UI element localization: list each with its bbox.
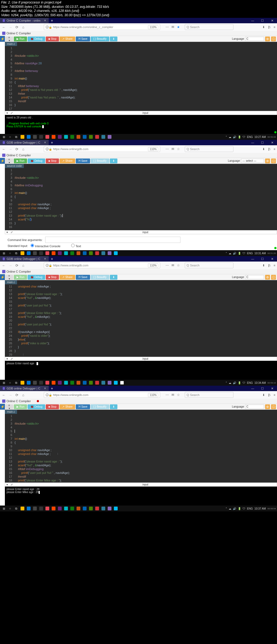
debug-button[interactable]: 🐞 Debug [28,158,45,163]
language-select[interactable]: --- select --- [241,159,264,163]
cli-args-input[interactable] [45,237,180,243]
input-label: input [14,111,277,114]
beautify-button[interactable]: { } Beautify [91,158,109,163]
favicon [3,19,5,22]
code-editor[interactable]: 12345678910111213141516 #include <stdio.… [5,168,277,229]
new-tab-button[interactable]: + [49,18,55,23]
back-button[interactable]: ← [2,25,6,29]
minimize-button[interactable]: — [248,19,258,22]
language-select[interactable]: C [245,37,264,41]
io-panel-header[interactable]: ▾⤢ input [5,230,277,234]
windows-taskbar[interactable]: ⊞ ○ ⧉ ˄ ☁🔊🔋🛡 ENG 10:27 AM 00:50:44 [0,134,277,140]
save-button[interactable]: H Save [76,37,90,41]
browser-tab[interactable]: GDB online Debugger | Compi × [0,140,49,145]
url-input[interactable]: ⓘ🔒 https://www.onlinegdb.com 110% [44,146,160,152]
collapse-icon[interactable]: ▾ [5,111,9,115]
tray-up-icon[interactable]: ˄ [226,136,227,138]
clock[interactable]: 10:37 AM [255,507,266,510]
cortana-icon[interactable]: ○ [7,134,13,139]
run-button[interactable]: ▶ Run [14,37,27,41]
line-gutter: 1234567891011121314151617 [5,46,14,111]
sidebar-toggle[interactable]: ⚡ [0,36,5,42]
ide-toolbar: ⚡ ≡ ▾ ▶ Run 🐞 Debug ■ Stop ↗ Share H Sav… [0,36,277,42]
clock[interactable]: 10:31 AM [255,252,266,255]
lock-icon: 🔒 [49,26,52,29]
stop-button[interactable]: ■ Stop [46,37,59,41]
zoom-badge[interactable]: 110% [148,25,158,29]
browser-tab[interactable]: Online C Compiler - online edi × [0,18,49,23]
browser-tab[interactable]: GDB online Debugger | Compi × [0,386,49,391]
beautify-button[interactable]: { } Beautify [91,37,109,41]
downloads-icon[interactable]: ⬇ [262,25,265,29]
console-output: navid is 28 years old . ...Program finis… [5,115,277,134]
stop-button[interactable]: ■ Stop [46,158,59,163]
settings-button[interactable]: ⚙ [265,37,270,41]
file-tab[interactable]: source code [5,164,24,168]
windows-taskbar[interactable]: ⊞○⧉ ˄☁🔊🔋🛡 ENG10:31 AM 00:51:20 [0,250,277,256]
reader-icon[interactable]: ✉ [172,25,174,29]
address-bar: ← → ⟳ ⌂ ⓘ 🔒 https://www.onlinegdb.com/on… [0,23,277,31]
window-titlebar: Online C Compiler - online edi × + — ☐ ✕ [0,18,277,23]
close-tab-icon[interactable]: × [44,19,46,22]
file-metadata: File: 2. Use If preproccesor in project.… [0,0,277,18]
home-button[interactable]: ⌂ [21,25,25,29]
stdin-radio-console[interactable]: Interactive Console [31,244,60,248]
maximize-button[interactable]: ☐ [258,19,267,22]
info-button[interactable]: ⓘ [271,37,276,41]
stdin-label: Standard Input: [8,244,28,247]
recording-indicator [37,400,39,402]
library-icon[interactable]: ∥\ [268,25,271,29]
bookmark-bar: Online C Compiler [0,31,277,36]
console-output[interactable]: please Enter navid age : [5,361,277,380]
bookmark-star-icon[interactable]: ★ [177,25,180,29]
menu-icon[interactable]: ≡ [274,25,275,29]
task-view-icon[interactable]: ⧉ [14,134,19,139]
clock[interactable]: 10:34 AM [255,381,266,384]
search-input[interactable]: QSearch [185,146,233,152]
cli-args-label: Command line arguments: [8,238,42,242]
search-input[interactable]: Q Search [185,24,233,30]
debug-button[interactable]: 🐞 Debug [28,37,45,41]
start-button[interactable]: ⊞ [1,134,6,139]
clock[interactable]: 10:27 AM [255,136,266,138]
code-editor[interactable]: 123456789101112131415161718 #include <st… [5,414,277,483]
search-icon: Q [187,25,189,29]
bookmark-item[interactable]: Online C Compiler [6,32,31,35]
close-tab-icon[interactable]: × [44,141,46,144]
url-input[interactable]: ⓘ 🔒 https://www.onlinegdb.com/online_c_c… [44,24,160,30]
console-output[interactable]: please Enter navid age : 28 please Enter… [5,487,277,506]
file-tab[interactable]: main.c [5,42,17,46]
language-indicator[interactable]: ENG [247,136,253,138]
reload-button[interactable]: ⟳ [15,25,19,29]
download-button[interactable]: ⬇ [110,37,117,41]
run-button[interactable]: ▶ Run [14,158,27,163]
expand-icon[interactable]: ⤢ [9,111,14,115]
share-button[interactable]: ↗ Share [60,37,75,41]
code-editor[interactable]: 1234567891011121314151617 #include <stdi… [5,46,277,111]
menu-button[interactable]: ≡ ▾ [5,37,13,41]
forward-button[interactable]: → [8,25,12,29]
close-button[interactable]: ✕ [267,19,277,22]
share-button[interactable]: ↗ Share [60,158,75,163]
more-icon[interactable]: ⋯ [166,25,169,29]
back-button[interactable]: ← [2,147,6,151]
language-label: Language [232,37,244,40]
new-tab-button[interactable]: + [49,140,55,145]
code-editor[interactable]: 11121314151617181920212223242526272829 u… [5,284,277,357]
favicon [2,32,5,35]
io-panel-header[interactable]: ▾ ⤢ input [5,111,277,115]
browser-tab[interactable]: GDB online Debugger | Compi × [0,256,49,262]
save-button[interactable]: H Save [76,158,90,163]
stdin-radio-text[interactable]: Text [71,244,81,248]
info-icon[interactable]: ⓘ [46,25,49,29]
cli-settings-pane: Command line arguments: Standard Input: … [5,234,277,250]
